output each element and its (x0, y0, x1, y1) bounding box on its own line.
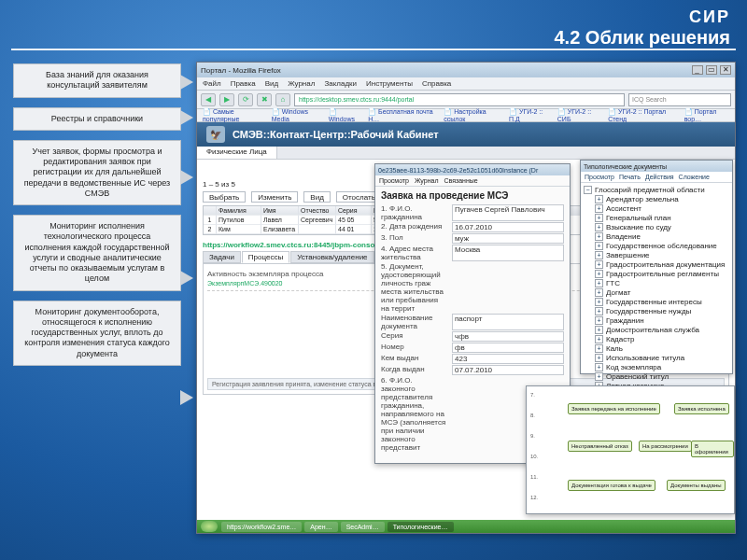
menu-item[interactable]: Справка (422, 79, 451, 88)
tree-node[interactable]: +Градостроительные регламенты (595, 270, 729, 278)
bookmark-item[interactable]: Windows Media (272, 108, 321, 122)
bookmark-item[interactable]: Портал вор… (684, 108, 729, 122)
menu-item[interactable]: Файл (203, 79, 221, 88)
menu-item[interactable]: Вид (265, 79, 278, 88)
taskbar-item[interactable]: https://workflow2.sme… (221, 522, 302, 532)
tree-node[interactable]: +Использование титула (595, 354, 729, 362)
start-button[interactable] (201, 521, 218, 532)
menu-item[interactable]: Закладки (324, 79, 357, 88)
expand-icon[interactable]: + (595, 251, 603, 259)
form-field[interactable]: фв (452, 343, 564, 353)
tree-node[interactable]: +Ассистент (595, 204, 729, 213)
bookmark-item[interactable]: УГИ-2 :: Портал Стенд (608, 108, 677, 122)
toolbar-button[interactable]: Вид (303, 191, 330, 203)
expand-icon[interactable]: + (595, 372, 603, 381)
diagram-node[interactable]: Документация готова к выдаче (568, 480, 655, 491)
back-button[interactable]: ◀ (201, 93, 216, 106)
diagram-node[interactable]: В оформлении (691, 441, 734, 457)
tab-persons[interactable]: Физические Лица (197, 147, 277, 159)
tree-node[interactable]: +Завершение (595, 251, 729, 259)
expand-icon[interactable]: + (595, 214, 603, 222)
tree-node[interactable]: +Государственное обследование (595, 242, 729, 250)
expand-icon[interactable]: + (595, 354, 603, 362)
diagram-node[interactable]: Заявка исполнена (674, 403, 729, 414)
expand-icon[interactable]: + (595, 242, 603, 250)
expand-icon[interactable]: + (595, 307, 603, 315)
reload-button[interactable]: ⟳ (238, 93, 253, 106)
expand-icon[interactable]: + (595, 363, 603, 371)
form-field[interactable]: Москва (452, 245, 564, 261)
tree-node[interactable]: +Код экземпляра (595, 363, 729, 371)
bookmark-item[interactable]: Самые популярные (203, 108, 264, 122)
menu-item[interactable]: Правка (231, 79, 256, 88)
stop-button[interactable]: ✖ (257, 93, 272, 106)
form-field[interactable]: Пугачев Сергей Павлович (452, 204, 564, 221)
expand-icon[interactable]: + (595, 298, 603, 306)
diagram-node[interactable]: На рассмотрении (639, 441, 692, 452)
form-field[interactable]: паспорт (452, 314, 564, 330)
diagram-node[interactable]: Неотравленный отказ (568, 441, 632, 452)
bookmark-item[interactable]: Windows (329, 108, 360, 122)
column-header[interactable]: Серия (336, 206, 372, 216)
form-field[interactable]: 16.07.2010 (452, 222, 564, 232)
expand-icon[interactable]: + (595, 326, 603, 334)
tree-node[interactable]: +Владение (595, 232, 729, 241)
tree-node[interactable]: +Государственные нужды (595, 307, 729, 315)
form-field[interactable]: 423 (452, 354, 564, 364)
expand-icon[interactable]: + (595, 288, 603, 297)
expand-icon[interactable]: + (595, 232, 603, 241)
expand-icon[interactable]: + (595, 335, 603, 343)
close-button[interactable]: ✕ (720, 65, 731, 75)
form-field[interactable] (452, 262, 564, 313)
column-header[interactable]: Имя (261, 206, 299, 216)
tree-menu-item[interactable]: Просмотр (585, 174, 614, 180)
expand-icon[interactable]: + (595, 195, 603, 203)
min-button[interactable]: _ (692, 65, 703, 75)
tree-node[interactable]: +Генеральный план (595, 214, 729, 222)
workflow-tab[interactable]: Установка/удаление (290, 251, 374, 263)
form-field[interactable]: 07.07.2010 (452, 365, 564, 375)
tree-node[interactable]: +Кадастр (595, 335, 729, 343)
workflow-tab[interactable]: Процессы (242, 251, 289, 263)
tree-node[interactable]: +Взыскание по суду (595, 223, 729, 231)
forward-button[interactable]: ▶ (219, 93, 234, 106)
expand-icon[interactable]: + (595, 270, 603, 278)
browser-menubar[interactable]: ФайлПравкаВидЖурналЗакладкиИнструментыСп… (197, 77, 735, 91)
tree-node[interactable]: +Оравенский титул (595, 372, 729, 381)
url-bar[interactable]: https://desktop.smev.ctcs.ru:9444/portal (294, 93, 625, 106)
tree-menu-item[interactable]: Действия (645, 174, 674, 180)
form-menu-item[interactable]: Журнал (415, 177, 439, 184)
column-header[interactable]: Отчество (299, 206, 336, 216)
column-header[interactable]: Фамилия (217, 206, 261, 216)
diagram-node[interactable]: Заявка передана на исполнение (568, 403, 660, 414)
expand-icon[interactable]: + (595, 204, 603, 213)
bookmark-item[interactable]: УГИ-2 :: СИБ (557, 108, 600, 122)
tree-node[interactable]: +Арендатор земельна (595, 195, 729, 203)
form-field[interactable]: муж (452, 233, 564, 244)
bookmark-item[interactable]: Бесплатная почта H… (368, 108, 436, 122)
tree-root[interactable]: − Глоссарий предметной области (584, 186, 729, 194)
column-header[interactable] (204, 206, 217, 216)
form-menu-item[interactable]: Просмотр (379, 177, 409, 184)
toolbar-button[interactable]: Выбрать (203, 191, 246, 203)
home-button[interactable]: ⌂ (275, 93, 290, 106)
tree-node[interactable]: +ГТС (595, 279, 729, 287)
taskbar-item[interactable]: SecAdmi… (341, 522, 385, 532)
taskbar-item[interactable]: Арен… (304, 522, 337, 532)
expand-icon[interactable]: + (595, 260, 603, 269)
expand-icon[interactable]: + (595, 344, 603, 353)
bookmarks-bar[interactable]: Самые популярныеWindows MediaWindowsБесп… (197, 109, 735, 122)
tree-node[interactable]: +Государственные интересы (595, 298, 729, 306)
form-field[interactable]: чфв (452, 331, 564, 342)
search-box[interactable]: ICQ Search (628, 93, 731, 106)
expand-icon[interactable]: + (595, 316, 603, 325)
tree-node[interactable]: +Гражданин (595, 316, 729, 325)
menu-item[interactable]: Инструменты (366, 79, 413, 88)
bookmark-item[interactable]: Настройка ссылок (444, 108, 501, 122)
expand-icon[interactable]: + (595, 279, 603, 287)
taskbar-item[interactable]: Типологические… (388, 522, 454, 532)
bookmark-item[interactable]: УГИ-2 :: П.Д (509, 108, 550, 122)
tree-node[interactable]: +Каль (595, 344, 729, 353)
expand-icon[interactable]: + (595, 223, 603, 231)
menu-item[interactable]: Журнал (288, 79, 315, 88)
